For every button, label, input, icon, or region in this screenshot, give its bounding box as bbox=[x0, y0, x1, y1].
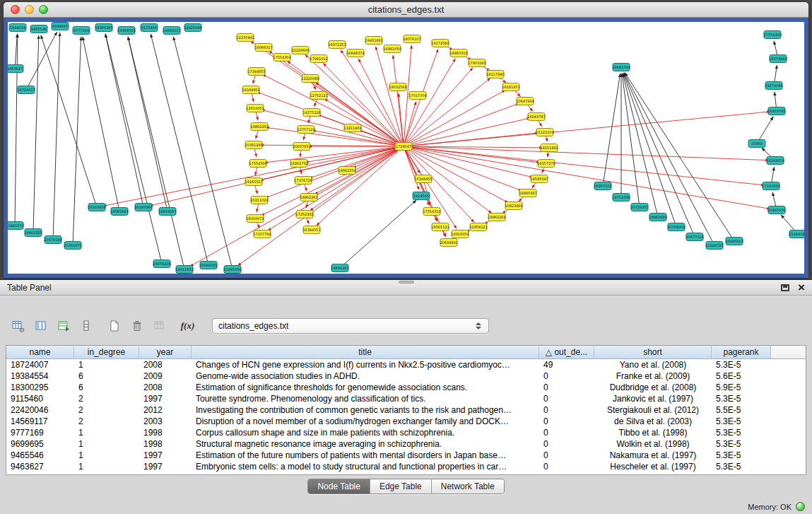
graph-node[interactable]: 18274643 bbox=[769, 55, 787, 63]
table-cell[interactable]: 2008 bbox=[139, 382, 192, 393]
table-cell[interactable]: 19384554 bbox=[6, 370, 74, 382]
table-cell[interactable]: 0 bbox=[539, 382, 594, 393]
graph-node[interactable]: 9777169 bbox=[73, 27, 90, 35]
table-cell[interactable]: Investigating the contribution of common… bbox=[192, 404, 539, 416]
table-row[interactable]: 1938455462009Genome-wide association stu… bbox=[6, 370, 806, 382]
table-cell[interactable]: 0 bbox=[539, 393, 594, 404]
table-cell[interactable]: Hescheler et al. (1997) bbox=[594, 461, 712, 472]
function-builder-icon[interactable]: f(x) bbox=[178, 317, 197, 335]
graph-node[interactable]: 17554310 bbox=[423, 208, 440, 216]
graph-node[interactable]: 19712338 bbox=[612, 194, 630, 201]
tab-edge-table[interactable]: Edge Table bbox=[370, 479, 432, 493]
table-cell[interactable]: 1997 bbox=[139, 450, 192, 461]
graph-node[interactable]: 20637831 bbox=[293, 143, 310, 151]
graph-node[interactable]: 18032568 bbox=[389, 83, 406, 91]
graph-node[interactable]: 17376728 bbox=[294, 177, 312, 185]
graph-node[interactable]: 17554304 bbox=[273, 54, 290, 62]
table-cell[interactable]: Wolkin et al. (1998) bbox=[594, 438, 712, 450]
table-cell[interactable]: 9115460 bbox=[6, 393, 74, 404]
import-table-icon[interactable] bbox=[150, 317, 169, 335]
table-cell[interactable]: 5.3E-5 bbox=[712, 359, 771, 370]
tab-node-table[interactable]: Node Table bbox=[308, 479, 370, 493]
network-table-select[interactable]: citations_edges.txt bbox=[212, 318, 489, 334]
graph-node[interactable]: 18972253 bbox=[328, 41, 346, 49]
column-header-in_degree[interactable]: in_degree bbox=[74, 346, 139, 358]
table-cell[interactable]: 18300295 bbox=[6, 382, 74, 393]
table-cell[interactable]: 1998 bbox=[139, 438, 192, 450]
table-cell[interactable]: Jankovic et al. (1997) bbox=[594, 393, 712, 404]
table-cell[interactable]: 9463627 bbox=[6, 461, 74, 472]
graph-node[interactable]: 15958 bbox=[748, 140, 765, 148]
table-cell[interactable]: 1 bbox=[74, 438, 139, 450]
graph-node[interactable]: 18300295 bbox=[95, 24, 112, 32]
table-cell[interactable]: 5.3E-5 bbox=[712, 427, 771, 438]
table-cell[interactable]: 5.5E-5 bbox=[712, 404, 771, 416]
table-cell[interactable]: Franke et al. (2009) bbox=[594, 370, 712, 382]
table-cell[interactable]: Genome-wide association studies in ADHD. bbox=[192, 370, 539, 382]
table-cell[interactable]: 2012 bbox=[139, 404, 192, 416]
graph-node[interactable]: 12220086 bbox=[301, 75, 319, 83]
graph-node[interactable]: 16181471 bbox=[502, 83, 519, 91]
graph-node[interactable]: 21924725 bbox=[705, 242, 723, 250]
graph-node[interactable]: 20445539 bbox=[767, 206, 785, 214]
table-cell[interactable]: Nakamura et al. (1997) bbox=[594, 450, 712, 461]
graph-node[interactable]: 19836261 bbox=[331, 264, 348, 272]
graph-node[interactable]: 18495497 bbox=[519, 189, 536, 197]
table-cell[interactable]: Corpus callosum shape and size in male p… bbox=[192, 427, 539, 438]
graph-node[interactable]: 19862263 bbox=[300, 194, 317, 201]
panel-resize-handle[interactable] bbox=[399, 281, 414, 284]
table-cell[interactable]: Changes of HCN gene expression and I(f) … bbox=[192, 359, 539, 370]
graph-node[interactable]: 18316672 bbox=[246, 215, 264, 223]
graph-node[interactable]: 16344557 bbox=[302, 226, 320, 234]
table-cell[interactable]: 5.3E-5 bbox=[712, 450, 771, 461]
table-cell[interactable]: 2 bbox=[74, 416, 139, 427]
column-header-pagerank[interactable]: pagerank bbox=[712, 346, 771, 358]
graph-node[interactable]: 14569117 bbox=[163, 27, 180, 35]
graph-node[interactable]: 14662554 bbox=[338, 167, 355, 175]
graph-node[interactable]: 9699695 bbox=[52, 23, 69, 30]
table-cell[interactable]: Disruption of a novel member of a sodium… bbox=[192, 416, 539, 427]
graph-node[interactable]: 22228606 bbox=[291, 47, 309, 54]
table-cell[interactable]: Stergiakouli et al. (2012) bbox=[594, 404, 712, 416]
graph-node[interactable]: 18184952 bbox=[242, 86, 259, 94]
table-cell[interactable]: 0 bbox=[539, 427, 594, 438]
graph-node[interactable]: 17344855 bbox=[247, 68, 265, 76]
graph-node[interactable]: 17103559 bbox=[762, 182, 779, 190]
table-cell[interactable]: 0 bbox=[539, 450, 594, 461]
table-cell[interactable]: 5.9E-5 bbox=[712, 382, 771, 393]
graph-node[interactable]: 17903293 bbox=[468, 59, 486, 67]
table-cell[interactable]: Yano et al. (2008) bbox=[594, 359, 712, 370]
graph-node[interactable]: 20678180 bbox=[44, 236, 61, 244]
graph-node[interactable]: 14595047 bbox=[530, 175, 548, 183]
graph-node[interactable]: 13211404 bbox=[343, 124, 361, 132]
graph-node[interactable]: 19401682 bbox=[365, 37, 382, 45]
close-panel-icon[interactable]: × bbox=[798, 283, 805, 293]
graph-node[interactable]: 15348455 bbox=[414, 175, 432, 183]
graph-node[interactable]: 16117840 bbox=[486, 71, 504, 78]
tab-network-table[interactable]: Network Table bbox=[432, 479, 504, 493]
graph-node[interactable]: 17554306 bbox=[249, 160, 266, 168]
table-cell[interactable]: Estimation of the future numbers of pati… bbox=[192, 450, 539, 461]
table-cell[interactable]: 1 bbox=[74, 427, 139, 438]
select-rows-icon[interactable] bbox=[54, 317, 73, 335]
table-row[interactable]: 946554611997Estimation of the future num… bbox=[6, 450, 806, 461]
graph-node[interactable]: 17252832 bbox=[295, 211, 313, 218]
graph-node[interactable]: 18192679 bbox=[766, 157, 784, 165]
show-columns-icon[interactable] bbox=[31, 317, 50, 335]
table-cell[interactable]: 49 bbox=[539, 359, 594, 370]
graph-node[interactable]: 19165527 bbox=[245, 178, 262, 186]
table-cell[interactable]: 5.3E-5 bbox=[712, 438, 771, 450]
table-cell[interactable]: Estimation of significance thresholds fo… bbox=[192, 382, 539, 393]
table-cell[interactable]: 1997 bbox=[139, 393, 192, 404]
table-cell[interactable]: 1 bbox=[74, 461, 139, 472]
graph-node[interactable]: 21122104 bbox=[536, 129, 553, 136]
graph-node[interactable]: 1724047 bbox=[395, 143, 412, 151]
table-cell[interactable]: 9699695 bbox=[6, 438, 74, 450]
table-cell[interactable]: Tibbo et al. (1998) bbox=[594, 427, 712, 438]
graph-node[interactable]: 10647934 bbox=[516, 98, 534, 105]
minimize-window-button[interactable] bbox=[25, 5, 34, 14]
graph-node[interactable]: 16418745 bbox=[767, 107, 785, 115]
graph-node[interactable]: 1914545 bbox=[413, 192, 430, 200]
graph-node[interactable]: 17554300 bbox=[763, 31, 781, 39]
table-cell[interactable]: 0 bbox=[539, 404, 594, 416]
